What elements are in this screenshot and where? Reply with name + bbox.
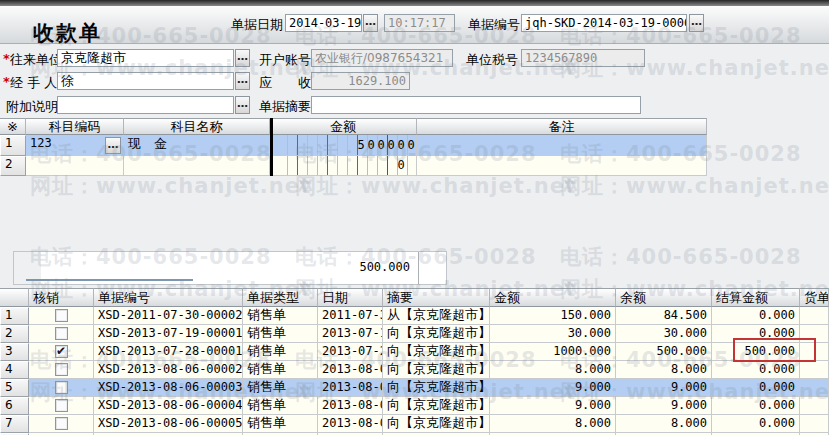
detail-cell-summary[interactable]: 向【京克隆超市】销 bbox=[383, 415, 490, 433]
writeoff-checkbox[interactable] bbox=[55, 417, 68, 430]
amount-column-border bbox=[418, 252, 419, 284]
detail-cell-doc-type[interactable]: 销售单 bbox=[243, 307, 318, 325]
detail-row-number[interactable]: 7 bbox=[0, 415, 29, 433]
detail-cell-doc-no[interactable]: XSD-2013-07-28-00001 bbox=[94, 343, 243, 361]
doc-summary-input[interactable] bbox=[311, 96, 641, 114]
detail-cell-amount[interactable]: 30.000 bbox=[490, 325, 616, 343]
writeoff-checkbox[interactable] bbox=[55, 399, 68, 412]
detail-cell-balance[interactable]: 30.000 bbox=[616, 325, 712, 343]
writeoff-checkbox[interactable]: ✔ bbox=[55, 345, 68, 358]
detail-cell-doc-no[interactable]: XSD-2013-07-19-00001 bbox=[94, 325, 243, 343]
partner-input[interactable]: 京克隆超市 bbox=[57, 49, 234, 67]
detail-row-number[interactable]: 4 bbox=[0, 361, 29, 379]
detail-cell-balance[interactable]: 500.000 bbox=[616, 343, 712, 361]
detail-cell-doc-no[interactable]: XSD-2011-07-30-00002 bbox=[94, 307, 243, 325]
detail-cell-date[interactable]: 2013-07-28 bbox=[318, 343, 383, 361]
detail-cell-goods[interactable] bbox=[800, 307, 829, 325]
detail-cell-doc-type[interactable]: 销售单 bbox=[243, 325, 318, 343]
detail-cell-goods[interactable] bbox=[800, 361, 829, 379]
detail-row-number[interactable]: 2 bbox=[0, 325, 29, 343]
detail-cell-date[interactable]: 2013-08-06 bbox=[318, 415, 383, 433]
detail-cell-doc-type[interactable]: 销售单 bbox=[243, 343, 318, 361]
detail-cell-amount[interactable]: 1000.000 bbox=[490, 343, 616, 361]
entry-row-number[interactable]: 1 bbox=[0, 135, 26, 156]
doc-number-picker-button[interactable]: … bbox=[689, 14, 704, 32]
extra-note-input[interactable] bbox=[57, 96, 234, 114]
amount-digits: 500000 bbox=[356, 135, 416, 155]
detail-cell-writeoff[interactable] bbox=[29, 307, 94, 325]
detail-cell-summary[interactable]: 向【京克隆超市】销 bbox=[383, 343, 490, 361]
detail-cell-summary[interactable]: 向【京克隆超市】销 bbox=[383, 325, 490, 343]
detail-cell-doc-type[interactable]: 销售单 bbox=[243, 397, 318, 415]
detail-cell-writeoff[interactable] bbox=[29, 325, 94, 343]
detail-cell-settle[interactable]: 0.000 bbox=[712, 379, 800, 397]
detail-cell-balance[interactable]: 84.500 bbox=[616, 307, 712, 325]
detail-cell-summary[interactable]: 向【京克隆超市】销 bbox=[383, 397, 490, 415]
detail-cell-amount[interactable]: 150.000 bbox=[490, 307, 616, 325]
detail-cell-doc-type[interactable]: 销售单 bbox=[243, 361, 318, 379]
entry-code-picker-button[interactable]: … bbox=[105, 137, 121, 154]
detail-cell-writeoff[interactable] bbox=[29, 361, 94, 379]
detail-header-5: 摘要 bbox=[383, 288, 490, 307]
entry-row-number[interactable]: 2 bbox=[0, 156, 26, 176]
detail-cell-settle[interactable]: 0.000 bbox=[712, 397, 800, 415]
detail-row-number[interactable]: 1 bbox=[0, 307, 29, 325]
detail-cell-date[interactable]: 2013-08-06 bbox=[318, 379, 383, 397]
doc-date-picker-button[interactable]: … bbox=[363, 14, 378, 32]
detail-cell-goods[interactable] bbox=[800, 379, 829, 397]
entry-cell-name[interactable] bbox=[124, 156, 270, 176]
entry-cell-amount[interactable]: 0 bbox=[270, 156, 417, 176]
entry-cell-remark[interactable] bbox=[417, 135, 707, 156]
detail-cell-writeoff[interactable] bbox=[29, 415, 94, 433]
handler-input[interactable]: 徐 bbox=[57, 72, 234, 90]
detail-cell-date[interactable]: 2013-07-19 bbox=[318, 325, 383, 343]
detail-cell-amount[interactable]: 9.000 bbox=[490, 397, 616, 415]
doc-number-input[interactable]: jqh-SKD-2014-03-19-00001 bbox=[521, 14, 687, 32]
detail-cell-doc-no[interactable]: XSD-2013-08-06-00002 bbox=[94, 361, 243, 379]
detail-cell-amount[interactable]: 9.000 bbox=[490, 379, 616, 397]
writeoff-checkbox[interactable] bbox=[55, 381, 68, 394]
writeoff-checkbox[interactable] bbox=[55, 327, 68, 340]
detail-cell-settle[interactable]: 0.000 bbox=[712, 361, 800, 379]
detail-cell-amount[interactable]: 8.000 bbox=[490, 415, 616, 433]
writeoff-checkbox[interactable] bbox=[55, 363, 68, 376]
detail-cell-amount[interactable]: 8.000 bbox=[490, 361, 616, 379]
detail-row-number[interactable]: 6 bbox=[0, 397, 29, 415]
detail-cell-doc-no[interactable]: XSD-2013-08-06-00004 bbox=[94, 397, 243, 415]
detail-cell-writeoff[interactable]: ✔ bbox=[29, 343, 94, 361]
detail-cell-settle[interactable]: 0.000 bbox=[712, 415, 800, 433]
handler-picker-button[interactable]: … bbox=[235, 72, 250, 90]
detail-cell-summary[interactable]: 向【京克隆超市】销 bbox=[383, 361, 490, 379]
detail-cell-summary[interactable]: 从【京克隆超市】销 bbox=[383, 307, 490, 325]
detail-cell-date[interactable]: 2011-07-30 bbox=[318, 307, 383, 325]
detail-cell-date[interactable]: 2013-08-06 bbox=[318, 397, 383, 415]
splitter-line[interactable] bbox=[26, 279, 193, 281]
detail-cell-goods[interactable] bbox=[800, 415, 829, 433]
detail-cell-doc-no[interactable]: XSD-2013-08-06-00005 bbox=[94, 415, 243, 433]
doc-date-input[interactable]: 2014-03-19 bbox=[285, 14, 362, 32]
entry-cell-name[interactable]: 现 金 bbox=[124, 135, 270, 156]
detail-cell-balance[interactable]: 8.000 bbox=[616, 361, 712, 379]
detail-cell-goods[interactable] bbox=[800, 397, 829, 415]
detail-cell-balance[interactable]: 9.000 bbox=[616, 379, 712, 397]
detail-row-number[interactable]: 3 bbox=[0, 343, 29, 361]
detail-cell-writeoff[interactable] bbox=[29, 379, 94, 397]
partner-picker-button[interactable]: … bbox=[235, 49, 250, 67]
detail-cell-balance[interactable]: 9.000 bbox=[616, 397, 712, 415]
detail-cell-date[interactable]: 2013-08-06 bbox=[318, 361, 383, 379]
writeoff-checkbox[interactable] bbox=[55, 309, 68, 322]
amount-grid-line bbox=[307, 135, 308, 155]
extra-note-picker-button[interactable]: … bbox=[235, 96, 250, 114]
detail-cell-writeoff[interactable] bbox=[29, 397, 94, 415]
detail-cell-doc-type[interactable]: 销售单 bbox=[243, 415, 318, 433]
detail-cell-doc-no[interactable]: XSD-2013-08-06-00003 bbox=[94, 379, 243, 397]
entry-cell-remark[interactable] bbox=[417, 156, 707, 176]
detail-cell-doc-type[interactable]: 销售单 bbox=[243, 379, 318, 397]
entry-cell-amount[interactable]: 500000 bbox=[270, 135, 417, 156]
detail-row-number[interactable]: 5 bbox=[0, 379, 29, 397]
detail-cell-balance[interactable]: 8.000 bbox=[616, 415, 712, 433]
entry-cell-code[interactable] bbox=[26, 156, 124, 176]
entry-grid-corner-header: ※ bbox=[0, 118, 26, 135]
detail-cell-summary[interactable]: 向【京克隆超市】销 bbox=[383, 379, 490, 397]
detail-cell-settle[interactable]: 0.000 bbox=[712, 307, 800, 325]
